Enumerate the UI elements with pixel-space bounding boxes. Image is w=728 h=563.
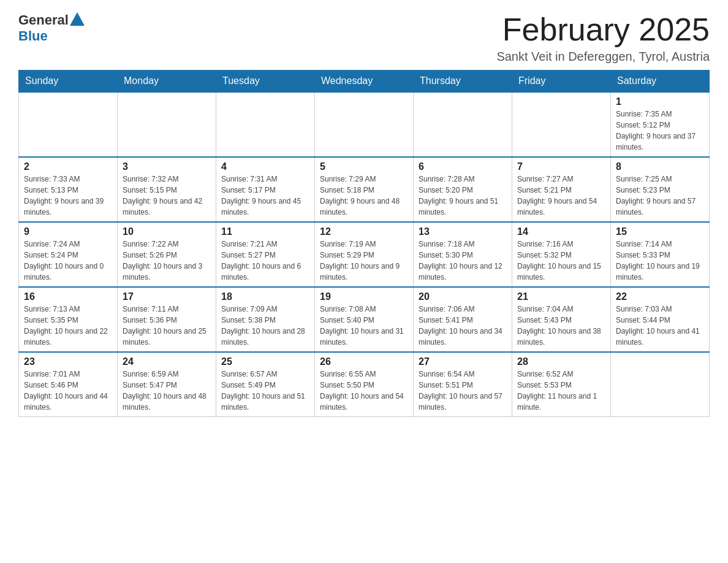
day-info: Sunrise: 7:06 AMSunset: 5:41 PMDaylight:… <box>419 304 507 348</box>
calendar-cell: 8Sunrise: 7:25 AMSunset: 5:23 PMDaylight… <box>611 157 710 222</box>
day-info: Sunrise: 7:03 AMSunset: 5:44 PMDaylight:… <box>616 304 704 348</box>
day-info: Sunrise: 7:25 AMSunset: 5:23 PMDaylight:… <box>616 174 704 218</box>
calendar-cell: 27Sunrise: 6:54 AMSunset: 5:51 PMDayligh… <box>414 352 512 417</box>
day-number: 2 <box>24 161 112 172</box>
calendar-cell: 9Sunrise: 7:24 AMSunset: 5:24 PMDaylight… <box>19 222 118 287</box>
calendar-cell: 10Sunrise: 7:22 AMSunset: 5:26 PMDayligh… <box>118 222 216 287</box>
calendar-cell: 15Sunrise: 7:14 AMSunset: 5:33 PMDayligh… <box>611 222 710 287</box>
day-info: Sunrise: 7:22 AMSunset: 5:26 PMDaylight:… <box>123 239 211 283</box>
calendar-cell <box>512 92 611 157</box>
day-info: Sunrise: 6:54 AMSunset: 5:51 PMDaylight:… <box>419 369 507 413</box>
calendar-cell: 24Sunrise: 6:59 AMSunset: 5:47 PMDayligh… <box>118 352 216 417</box>
day-info: Sunrise: 7:14 AMSunset: 5:33 PMDaylight:… <box>616 239 704 283</box>
day-number: 23 <box>24 356 112 367</box>
calendar-cell <box>19 92 118 157</box>
calendar-cell: 14Sunrise: 7:16 AMSunset: 5:32 PMDayligh… <box>512 222 611 287</box>
week-row-5: 23Sunrise: 7:01 AMSunset: 5:46 PMDayligh… <box>19 352 710 417</box>
day-number: 4 <box>221 161 309 172</box>
calendar-cell: 21Sunrise: 7:04 AMSunset: 5:43 PMDayligh… <box>512 287 611 352</box>
day-number: 1 <box>616 96 704 107</box>
day-number: 3 <box>123 161 211 172</box>
day-info: Sunrise: 7:11 AMSunset: 5:36 PMDaylight:… <box>123 304 211 348</box>
day-number: 26 <box>320 356 408 367</box>
week-row-1: 1Sunrise: 7:35 AMSunset: 5:12 PMDaylight… <box>19 92 710 157</box>
day-number: 24 <box>123 356 211 367</box>
calendar-cell: 28Sunrise: 6:52 AMSunset: 5:53 PMDayligh… <box>512 352 611 417</box>
day-info: Sunrise: 7:28 AMSunset: 5:20 PMDaylight:… <box>419 174 507 218</box>
day-info: Sunrise: 7:09 AMSunset: 5:38 PMDaylight:… <box>221 304 309 348</box>
day-number: 21 <box>517 291 605 302</box>
week-row-2: 2Sunrise: 7:33 AMSunset: 5:13 PMDaylight… <box>19 157 710 222</box>
day-number: 27 <box>419 356 507 367</box>
calendar-cell: 2Sunrise: 7:33 AMSunset: 5:13 PMDaylight… <box>19 157 118 222</box>
logo-text-blue: Blue <box>18 28 85 44</box>
day-info: Sunrise: 6:52 AMSunset: 5:53 PMDaylight:… <box>517 369 605 413</box>
calendar-cell <box>414 92 512 157</box>
calendar-cell: 17Sunrise: 7:11 AMSunset: 5:36 PMDayligh… <box>118 287 216 352</box>
day-number: 12 <box>320 226 408 237</box>
day-number: 8 <box>616 161 704 172</box>
logo-triangle-icon <box>70 12 85 26</box>
week-row-3: 9Sunrise: 7:24 AMSunset: 5:24 PMDaylight… <box>19 222 710 287</box>
calendar-cell: 23Sunrise: 7:01 AMSunset: 5:46 PMDayligh… <box>19 352 118 417</box>
calendar-cell: 11Sunrise: 7:21 AMSunset: 5:27 PMDayligh… <box>216 222 315 287</box>
calendar-title: February 2025 <box>496 12 710 47</box>
day-headers-row: SundayMondayTuesdayWednesdayThursdayFrid… <box>19 71 710 93</box>
day-number: 16 <box>24 291 112 302</box>
day-info: Sunrise: 7:19 AMSunset: 5:29 PMDaylight:… <box>320 239 408 283</box>
day-number: 7 <box>517 161 605 172</box>
calendar-cell: 20Sunrise: 7:06 AMSunset: 5:41 PMDayligh… <box>414 287 512 352</box>
day-info: Sunrise: 7:31 AMSunset: 5:17 PMDaylight:… <box>221 174 309 218</box>
logo-text-general: General <box>18 12 69 28</box>
day-header-thursday: Thursday <box>414 71 512 93</box>
day-header-saturday: Saturday <box>611 71 710 93</box>
day-info: Sunrise: 7:33 AMSunset: 5:13 PMDaylight:… <box>24 174 112 218</box>
calendar-cell <box>118 92 216 157</box>
day-number: 28 <box>517 356 605 367</box>
day-info: Sunrise: 6:57 AMSunset: 5:49 PMDaylight:… <box>221 369 309 413</box>
day-info: Sunrise: 6:59 AMSunset: 5:47 PMDaylight:… <box>123 369 211 413</box>
calendar-cell: 3Sunrise: 7:32 AMSunset: 5:15 PMDaylight… <box>118 157 216 222</box>
day-info: Sunrise: 7:24 AMSunset: 5:24 PMDaylight:… <box>24 239 112 283</box>
calendar-cell: 4Sunrise: 7:31 AMSunset: 5:17 PMDaylight… <box>216 157 315 222</box>
day-number: 11 <box>221 226 309 237</box>
day-number: 6 <box>419 161 507 172</box>
day-info: Sunrise: 7:04 AMSunset: 5:43 PMDaylight:… <box>517 304 605 348</box>
day-info: Sunrise: 7:29 AMSunset: 5:18 PMDaylight:… <box>320 174 408 218</box>
day-number: 5 <box>320 161 408 172</box>
calendar-cell: 19Sunrise: 7:08 AMSunset: 5:40 PMDayligh… <box>315 287 414 352</box>
day-info: Sunrise: 7:16 AMSunset: 5:32 PMDaylight:… <box>517 239 605 283</box>
day-header-tuesday: Tuesday <box>216 71 315 93</box>
calendar-cell: 13Sunrise: 7:18 AMSunset: 5:30 PMDayligh… <box>414 222 512 287</box>
day-header-sunday: Sunday <box>19 71 118 93</box>
calendar-cell: 7Sunrise: 7:27 AMSunset: 5:21 PMDaylight… <box>512 157 611 222</box>
day-number: 17 <box>123 291 211 302</box>
day-number: 18 <box>221 291 309 302</box>
calendar-cell: 22Sunrise: 7:03 AMSunset: 5:44 PMDayligh… <box>611 287 710 352</box>
day-number: 19 <box>320 291 408 302</box>
calendar-cell: 6Sunrise: 7:28 AMSunset: 5:20 PMDaylight… <box>414 157 512 222</box>
calendar-cell: 1Sunrise: 7:35 AMSunset: 5:12 PMDaylight… <box>611 92 710 157</box>
calendar-cell <box>611 352 710 417</box>
day-number: 25 <box>221 356 309 367</box>
calendar-table: SundayMondayTuesdayWednesdayThursdayFrid… <box>18 70 710 417</box>
day-info: Sunrise: 7:13 AMSunset: 5:35 PMDaylight:… <box>24 304 112 348</box>
calendar-cell <box>216 92 315 157</box>
day-number: 9 <box>24 226 112 237</box>
calendar-cell: 12Sunrise: 7:19 AMSunset: 5:29 PMDayligh… <box>315 222 414 287</box>
day-info: Sunrise: 7:32 AMSunset: 5:15 PMDaylight:… <box>123 174 211 218</box>
week-row-4: 16Sunrise: 7:13 AMSunset: 5:35 PMDayligh… <box>19 287 710 352</box>
day-info: Sunrise: 7:01 AMSunset: 5:46 PMDaylight:… <box>24 369 112 413</box>
day-number: 13 <box>419 226 507 237</box>
calendar-cell: 16Sunrise: 7:13 AMSunset: 5:35 PMDayligh… <box>19 287 118 352</box>
day-info: Sunrise: 6:55 AMSunset: 5:50 PMDaylight:… <box>320 369 408 413</box>
day-info: Sunrise: 7:18 AMSunset: 5:30 PMDaylight:… <box>419 239 507 283</box>
day-info: Sunrise: 7:27 AMSunset: 5:21 PMDaylight:… <box>517 174 605 218</box>
logo: General Blue <box>18 12 85 44</box>
day-info: Sunrise: 7:08 AMSunset: 5:40 PMDaylight:… <box>320 304 408 348</box>
day-number: 14 <box>517 226 605 237</box>
day-info: Sunrise: 7:21 AMSunset: 5:27 PMDaylight:… <box>221 239 309 283</box>
calendar-cell: 18Sunrise: 7:09 AMSunset: 5:38 PMDayligh… <box>216 287 315 352</box>
day-number: 22 <box>616 291 704 302</box>
calendar-cell <box>315 92 414 157</box>
